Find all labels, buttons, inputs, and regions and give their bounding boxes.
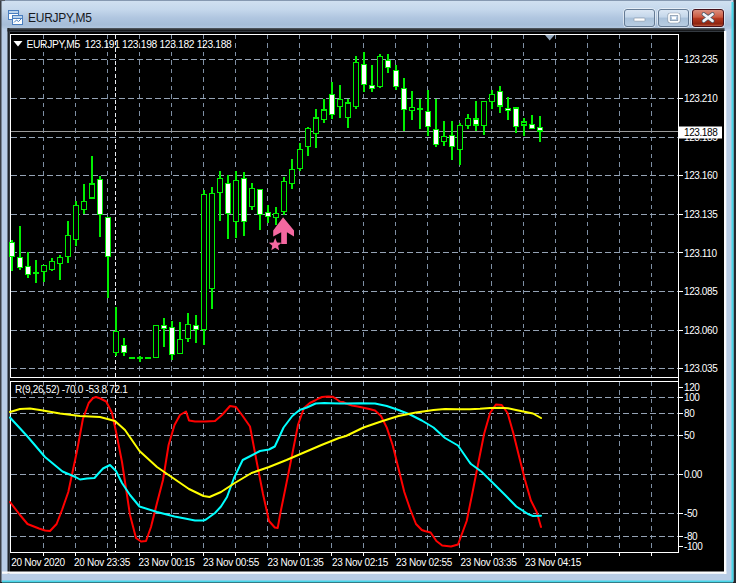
svg-text:EURJPY,M5 123.191 123.198 123: EURJPY,M5 123.191 123.198 123.182 123.18…	[27, 39, 233, 50]
svg-text:23 Nov 01:35: 23 Nov 01:35	[268, 557, 325, 568]
svg-text:23 Nov 02:15: 23 Nov 02:15	[332, 557, 389, 568]
svg-text:80: 80	[684, 408, 695, 419]
svg-text:-50: -50	[684, 508, 698, 519]
svg-text:23 Nov 03:35: 23 Nov 03:35	[461, 557, 518, 568]
svg-text:R(9,26,52) -70.0 -53.8 72.1: R(9,26,52) -70.0 -53.8 72.1	[15, 384, 128, 395]
svg-text:20 Nov 23:35: 20 Nov 23:35	[74, 557, 131, 568]
svg-text:123.188: 123.188	[684, 127, 718, 138]
svg-text:0.00: 0.00	[684, 469, 703, 480]
svg-text:23 Nov 00:15: 23 Nov 00:15	[139, 557, 196, 568]
svg-text:123.235: 123.235	[684, 54, 718, 65]
svg-text:123.110: 123.110	[684, 248, 717, 259]
svg-text:123.210: 123.210	[684, 93, 718, 104]
svg-text:123.085: 123.085	[684, 286, 718, 297]
svg-text:123.035: 123.035	[684, 363, 718, 374]
svg-text:23 Nov 00:55: 23 Nov 00:55	[203, 557, 260, 568]
svg-text:EURJPY,M5: EURJPY,M5	[28, 11, 92, 25]
svg-text:123.060: 123.060	[684, 325, 718, 336]
svg-text:123.160: 123.160	[684, 170, 718, 181]
svg-text:-100: -100	[684, 541, 703, 552]
svg-text:20 Nov 2020: 20 Nov 2020	[11, 557, 65, 568]
svg-text:123.135: 123.135	[684, 209, 718, 220]
svg-text:100: 100	[684, 392, 700, 403]
svg-text:50: 50	[684, 430, 695, 441]
svg-text:23 Nov 02:55: 23 Nov 02:55	[396, 557, 453, 568]
svg-text:23 Nov 04:15: 23 Nov 04:15	[525, 557, 582, 568]
